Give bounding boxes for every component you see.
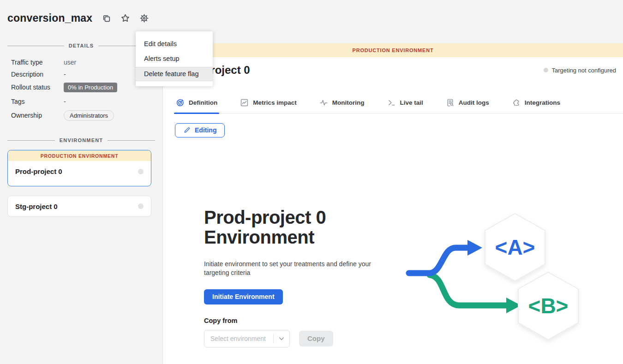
tab-label: Live tail (400, 99, 423, 106)
puzzle-icon (512, 98, 521, 107)
environment-status-dot (138, 169, 144, 174)
environment-card-body: Prod-project 0 (8, 161, 151, 182)
empty-state-heading: Prod-project 0 Environment (204, 208, 398, 247)
tab-label: Integrations (525, 99, 560, 106)
detail-row-description: Description - (11, 68, 155, 80)
environment-heading: ENVIRONMENT (60, 137, 103, 143)
detail-row-rollout-status: Rollout status 0% in Production (11, 81, 155, 93)
tab-label: Audit logs (459, 99, 489, 106)
tab-monitoring[interactable]: Monitoring (318, 95, 365, 113)
page-header: Prod-project 0 Targeting not configured (175, 64, 616, 77)
tab-label: Definition (189, 99, 217, 106)
menu-item-edit-details[interactable]: Edit details (136, 37, 213, 51)
copy-from-label: Copy from (204, 317, 398, 324)
divider (7, 46, 64, 46)
divider (108, 140, 155, 141)
gear-icon[interactable] (139, 13, 149, 23)
detail-row-tags: Tags - (11, 95, 155, 107)
environment-status-dot (138, 203, 144, 209)
details-heading: DETAILS (69, 43, 94, 48)
tab-label: Metrics impact (253, 99, 297, 106)
detail-row-ownership: Ownership Administrators (11, 109, 155, 121)
menu-item-delete-feature-flag[interactable]: Delete feature flag (136, 67, 213, 81)
detail-value: - (64, 98, 66, 105)
details-section-header: DETAILS (7, 43, 155, 48)
production-environment-banner: PRODUCTION ENVIRONMENT (163, 43, 623, 57)
pencil-icon (183, 126, 191, 134)
targeting-status: Targeting not configured (544, 67, 616, 74)
detail-label: Rollout status (11, 84, 64, 91)
menu-item-alerts-setup[interactable]: Alerts setup (136, 52, 213, 66)
empty-state-description: Initiate environment to set your treatme… (204, 260, 377, 277)
rollout-status-badge: 0% in Production (64, 83, 117, 92)
environment-empty-state: Prod-project 0 Environment Initiate envi… (204, 208, 398, 347)
tab-live-tail[interactable]: Live tail (386, 95, 424, 113)
environment-select[interactable]: Select environment (204, 330, 290, 347)
details-list: Traffic type user Description - Rollout … (11, 56, 155, 121)
terminal-icon (387, 98, 396, 107)
tab-integrations[interactable]: Integrations (511, 95, 561, 113)
ownership-pill[interactable]: Administrators (64, 110, 114, 121)
environment-name: Stg-project 0 (15, 203, 58, 210)
initiate-environment-button[interactable]: Initiate Environment (204, 289, 283, 304)
tab-label: Monitoring (332, 99, 365, 106)
main-panel: PRODUCTION ENVIRONMENT Prod-project 0 Ta… (162, 43, 623, 364)
chart-icon (240, 98, 249, 107)
audit-log-icon (446, 98, 455, 107)
status-label: Targeting not configured (552, 67, 616, 74)
environment-card-stg[interactable]: Stg-project 0 (7, 196, 151, 217)
tab-metrics-impact[interactable]: Metrics impact (239, 95, 298, 113)
environment-card-prod[interactable]: PRODUCTION ENVIRONMENT Prod-project 0 (7, 150, 151, 186)
detail-row-traffic-type: Traffic type user (11, 56, 155, 68)
target-icon (176, 98, 185, 107)
tab-bar: Definition Metrics impact Monitoring (175, 95, 623, 113)
chevron-down-icon[interactable] (274, 335, 289, 342)
variant-a-label: <A> (495, 235, 535, 259)
environment-section-header: ENVIRONMENT (7, 137, 155, 143)
copy-button[interactable]: Copy (299, 331, 333, 346)
tab-audit-logs[interactable]: Audit logs (445, 95, 490, 113)
variant-b-label: <B> (528, 294, 569, 318)
tab-definition[interactable]: Definition (175, 95, 218, 113)
status-dot (544, 68, 548, 72)
detail-value: user (64, 59, 76, 66)
flag-header: conversion_max (7, 12, 149, 24)
detail-label: Ownership (11, 112, 64, 119)
environment-name: Prod-project 0 (15, 167, 62, 175)
editing-label: Editing (195, 126, 216, 134)
detail-value: - (64, 71, 66, 78)
copy-icon[interactable] (102, 13, 111, 23)
divider (7, 140, 55, 141)
editing-button[interactable]: Editing (175, 123, 225, 137)
environment-card-body: Stg-project 0 (8, 196, 151, 216)
flag-title: conversion_max (7, 12, 92, 24)
ab-split-illustration: <A> <B> (403, 206, 584, 345)
detail-label: Tags (11, 98, 64, 105)
detail-label: Traffic type (11, 59, 64, 66)
copy-from-controls: Select environment Copy (204, 330, 398, 347)
production-environment-banner: PRODUCTION ENVIRONMENT (8, 150, 151, 161)
select-placeholder: Select environment (204, 335, 273, 342)
detail-label: Description (11, 71, 64, 78)
star-icon[interactable] (120, 13, 130, 23)
settings-dropdown-menu: Edit details Alerts setup Delete feature… (136, 31, 213, 86)
pulse-icon (319, 98, 328, 107)
